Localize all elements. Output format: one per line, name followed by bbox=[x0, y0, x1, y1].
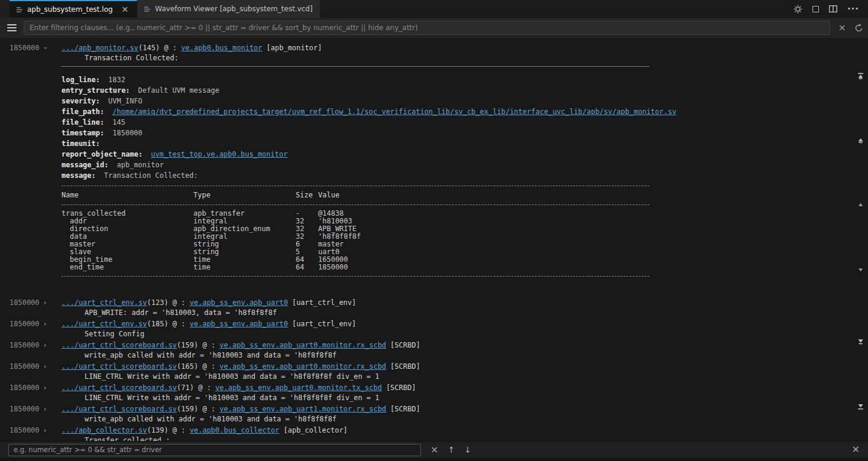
entry-header: .../uart_ctrl_scoreboard.sv(165) @ : ve.… bbox=[61, 362, 868, 372]
object-link[interactable]: ve.apb_ss_env.apb_uart0.monitor.rx_scbd bbox=[219, 362, 386, 371]
clear-filter-icon[interactable]: × bbox=[838, 23, 846, 33]
detail-key: timeunit: bbox=[61, 139, 100, 148]
entry-message: APB_WRITE: addr = 'h810003, data = 'h8f8… bbox=[61, 308, 868, 318]
close-search-icon[interactable]: ✕ bbox=[852, 445, 860, 454]
chevron-right-icon[interactable]: › bbox=[43, 404, 47, 414]
file-link[interactable]: .../apb_collector.sv bbox=[61, 426, 147, 434]
clear-search-icon[interactable]: × bbox=[430, 445, 438, 454]
previous-marker-button[interactable] bbox=[856, 137, 864, 145]
next-match-icon[interactable]: ↓ bbox=[464, 445, 471, 454]
scroll-to-top-button[interactable] bbox=[856, 72, 864, 80]
more-actions-icon[interactable]: ··· bbox=[847, 4, 859, 14]
log-entry: 1850000 › .../uart_ctrl_env.sv(185) @ : … bbox=[0, 319, 868, 339]
entry-header: .../uart_ctrl_scoreboard.sv(159) @ : ve.… bbox=[61, 404, 868, 414]
file-link[interactable]: .../uart_ctrl_scoreboard.sv bbox=[61, 341, 177, 349]
chevron-right-icon[interactable]: › bbox=[43, 383, 47, 393]
at-separator: @ : bbox=[194, 384, 215, 392]
settings-gear-icon[interactable] bbox=[793, 5, 802, 14]
chevron-right-icon[interactable]: › bbox=[43, 340, 47, 350]
table-row: begin_time time 64 1650000 bbox=[61, 256, 649, 264]
cell-name: end_time bbox=[61, 264, 193, 271]
detail-row: severity:UVM_INFO bbox=[61, 96, 649, 106]
detail-row: log_line:1832 bbox=[61, 74, 649, 85]
refresh-icon[interactable] bbox=[854, 24, 863, 33]
log-entry-expanded: 1850000 › .../apb_monitor.sv(145) @ : ve… bbox=[0, 43, 868, 284]
tab-close-icon[interactable]: ✕ bbox=[121, 5, 130, 14]
entry-tag: [uart_ctrl_env] bbox=[292, 298, 356, 307]
search-input[interactable] bbox=[8, 444, 421, 456]
detail-row: message_id:apb_monitor bbox=[61, 160, 649, 170]
file-link[interactable]: .../uart_ctrl_scoreboard.sv bbox=[61, 384, 177, 392]
tab-waveform-viewer[interactable]: Waveform Viewer [apb_subsystem_test.vcd] bbox=[137, 0, 320, 18]
entry-message: Setting Config bbox=[61, 329, 868, 339]
entry-timestamp: 1850000 bbox=[9, 362, 40, 372]
detail-row: report_object_name:uvm_test_top.ve.apb0.… bbox=[61, 149, 649, 160]
chevron-right-icon[interactable]: › bbox=[43, 362, 47, 372]
object-link[interactable]: ve.apb0.bus_collector bbox=[190, 426, 280, 434]
object-link[interactable]: ve.apb_ss_env.apb_uart0 bbox=[190, 298, 288, 307]
entry-tag: [SCRBD] bbox=[390, 341, 420, 349]
entry-header: .../uart_ctrl_env.sv(185) @ : ve.apb_ss_… bbox=[61, 319, 868, 329]
chevron-right-icon[interactable]: › bbox=[43, 298, 47, 308]
entry-message: Transfer collected : bbox=[61, 436, 868, 441]
tab-label: Waveform Viewer [apb_subsystem_test.vcd] bbox=[155, 5, 312, 13]
entry-timestamp: 1850000 bbox=[9, 404, 40, 414]
previous-match-icon[interactable]: ↑ bbox=[448, 445, 455, 454]
entry-header: .../uart_ctrl_env.sv(123) @ : ve.apb_ss_… bbox=[61, 298, 868, 308]
detail-value[interactable]: /home/amiq/dvt_predefined_projects_targe… bbox=[112, 108, 676, 116]
at-separator: @ : bbox=[160, 44, 181, 52]
detail-key: message: bbox=[61, 171, 96, 180]
detail-value: UVM_INFO bbox=[108, 97, 142, 105]
cell-value: uart0 bbox=[318, 248, 649, 256]
file-link[interactable]: .../uart_ctrl_env.sv bbox=[61, 298, 147, 307]
scroll-down-arrow[interactable] bbox=[856, 265, 864, 274]
scroll-to-bottom-button[interactable] bbox=[856, 402, 864, 411]
entry-gutter: 1850000 › bbox=[0, 298, 61, 318]
tab-bar: apb_subsystem_test.log ✕ Waveform Viewer… bbox=[0, 0, 868, 18]
detail-key: timestamp: bbox=[61, 129, 104, 137]
file-link[interactable]: .../uart_ctrl_env.sv bbox=[61, 320, 147, 328]
file-link[interactable]: .../uart_ctrl_scoreboard.sv bbox=[61, 405, 177, 413]
object-link[interactable]: ve.apb0.bus_monitor bbox=[181, 44, 262, 52]
entry-tag: [uart_ctrl_env] bbox=[292, 320, 356, 328]
tab-log-file[interactable]: apb_subsystem_test.log ✕ bbox=[9, 0, 137, 18]
chevron-down-icon[interactable]: › bbox=[40, 46, 50, 50]
object-link[interactable]: ve.apb_ss_env.apb_uart0 bbox=[190, 320, 288, 328]
scroll-up-arrow[interactable] bbox=[856, 200, 864, 209]
file-link[interactable]: .../apb_monitor.sv bbox=[61, 44, 138, 52]
detail-row: timestamp:1850000 bbox=[61, 128, 649, 138]
chevron-right-icon[interactable]: › bbox=[43, 426, 47, 436]
detail-key: message_id: bbox=[61, 161, 108, 169]
entry-timestamp: 1850000 bbox=[9, 43, 40, 53]
chevron-right-icon[interactable]: › bbox=[43, 319, 47, 329]
file-link[interactable]: .../uart_ctrl_scoreboard.sv bbox=[61, 362, 177, 371]
maximize-icon[interactable] bbox=[812, 6, 819, 12]
table-row: slave string 5 uart0 bbox=[61, 248, 649, 256]
entry-header: .../uart_ctrl_scoreboard.sv(71) @ : ve.a… bbox=[61, 383, 868, 393]
filter-bar: × bbox=[0, 18, 868, 38]
table-row: trans_collected apb_transfer - @14838 bbox=[61, 210, 649, 217]
detail-value: Default UVM message bbox=[138, 86, 219, 95]
detail-row: file_line:145 bbox=[61, 117, 649, 128]
log-entry: 1850000 › .../apb_collector.sv(139) @ : … bbox=[0, 426, 868, 441]
log-entries: 1850000 › .../uart_ctrl_env.sv(123) @ : … bbox=[0, 298, 868, 441]
entry-gutter: 1850000 › bbox=[0, 383, 61, 403]
detail-value[interactable]: uvm_test_top.ve.apb0.bus_monitor bbox=[151, 150, 287, 158]
entry-gutter: 1850000 › bbox=[0, 43, 61, 63]
entry-tag: [SCRBD] bbox=[390, 362, 420, 371]
col-type: Type bbox=[193, 191, 296, 200]
menu-icon[interactable] bbox=[7, 24, 17, 31]
next-marker-button[interactable] bbox=[856, 337, 864, 346]
tabbar-empty-space bbox=[320, 0, 785, 18]
detail-key: log_line: bbox=[61, 76, 100, 84]
filter-input[interactable] bbox=[24, 21, 830, 35]
dashed-separator bbox=[61, 204, 649, 205]
object-link[interactable]: ve.apb_ss_env.apb_uart1.monitor.rx_scbd bbox=[219, 405, 386, 413]
detail-value: 145 bbox=[112, 118, 125, 126]
cell-value: APB_WRITE bbox=[318, 225, 649, 233]
entry-timestamp: 1850000 bbox=[9, 319, 40, 329]
object-link[interactable]: ve.apb_ss_env.apb_uart0.monitor.rx_scbd bbox=[219, 341, 386, 349]
log-entry: 1850000 › .../uart_ctrl_env.sv(123) @ : … bbox=[0, 298, 868, 318]
split-editor-icon[interactable] bbox=[829, 5, 837, 12]
object-link[interactable]: ve.apb_ss_env.apb_uart0.monitor.tx_scbd bbox=[215, 384, 382, 392]
